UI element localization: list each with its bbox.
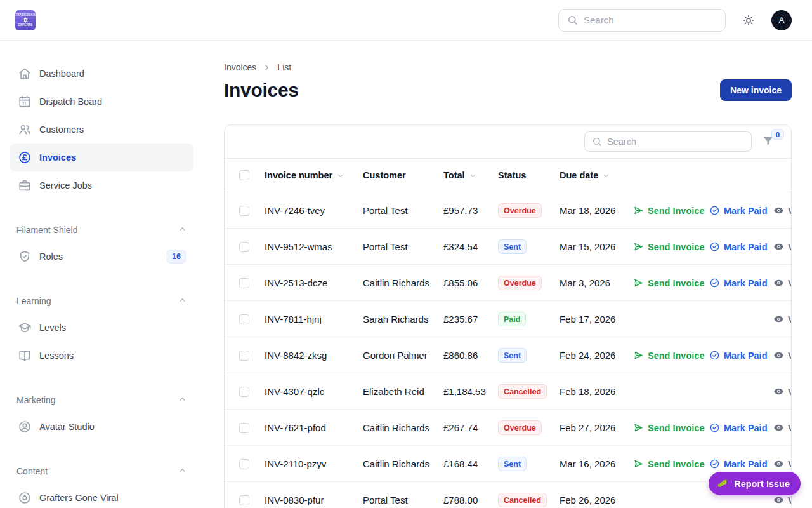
- invoice-number-cell: INV-7811-hjnj: [265, 314, 363, 324]
- view-action[interactable]: View: [773, 337, 791, 373]
- total-cell: £235.67: [443, 314, 498, 324]
- table-row[interactable]: INV-9512-wmas Portal Test £324.54 Sent M…: [225, 229, 791, 265]
- global-search-input[interactable]: [584, 15, 717, 25]
- table-row[interactable]: INV-8842-zksg Gordon Palmer £860.86 Sent…: [225, 337, 791, 373]
- row-checkbox[interactable]: [239, 351, 249, 361]
- total-cell: £957.73: [443, 205, 498, 216]
- sidebar-item-roles[interactable]: Roles 16: [10, 243, 193, 271]
- filter-button[interactable]: 0: [762, 135, 776, 149]
- graduation-cap-icon: [18, 321, 32, 335]
- send-invoice-action[interactable]: Send Invoice: [633, 265, 704, 301]
- table-search-input[interactable]: [607, 137, 744, 147]
- mark-paid-action[interactable]: Mark Paid: [709, 337, 768, 373]
- section-label: Content: [16, 466, 48, 476]
- topbar: TRADESMAN EXPERTS A: [0, 0, 812, 41]
- global-search: [558, 9, 726, 32]
- select-all-checkbox[interactable]: [239, 170, 249, 180]
- table-row[interactable]: INV-7811-hjnj Sarah Richards £235.67 Pai…: [225, 301, 791, 337]
- view-action[interactable]: View: [773, 373, 791, 410]
- search-icon: [592, 137, 602, 147]
- app-logo[interactable]: TRADESMAN EXPERTS: [15, 10, 36, 30]
- send-invoice-action[interactable]: Send Invoice: [633, 410, 704, 446]
- send-invoice-action[interactable]: Send Invoice: [633, 229, 704, 265]
- row-actions: View: [633, 301, 791, 337]
- new-invoice-button[interactable]: New invoice: [720, 79, 792, 101]
- total-cell: £860.86: [443, 350, 498, 361]
- table-row[interactable]: INV-0830-pfur Portal Test £788.00 Cancel…: [225, 482, 791, 508]
- sidebar-item-invoices[interactable]: Invoices: [10, 144, 193, 171]
- check-circle-icon: [709, 205, 720, 216]
- view-action[interactable]: View: [773, 410, 791, 446]
- mark-paid-action[interactable]: Mark Paid: [709, 410, 768, 446]
- row-checkbox[interactable]: [239, 459, 249, 469]
- invoices-table-card: 0 Invoice numberCustomerTotalStatusDue d…: [224, 124, 792, 508]
- sidebar-item-grafters-gone-viral[interactable]: Grafters Gone Viral: [10, 484, 193, 508]
- status-cell: Sent: [498, 348, 560, 363]
- row-checkbox[interactable]: [239, 423, 249, 433]
- row-checkbox[interactable]: [239, 206, 249, 216]
- section-header[interactable]: Content: [10, 464, 193, 479]
- due-date-cell: Feb 17, 2026: [560, 314, 633, 324]
- view-action[interactable]: View: [773, 229, 791, 265]
- sidebar-item-service-jobs[interactable]: Service Jobs: [10, 171, 193, 199]
- sidebar-item-lessons[interactable]: Lessons: [10, 342, 193, 370]
- chevron-up-icon: [178, 295, 187, 307]
- column-header-invoice-number[interactable]: Invoice number: [265, 170, 363, 180]
- eye-icon: [773, 495, 784, 505]
- row-checkbox-cell: [225, 278, 265, 288]
- report-issue-button[interactable]: Report Issue: [709, 472, 801, 495]
- customer-cell: Portal Test: [363, 241, 443, 252]
- due-date-cell: Mar 16, 2026: [560, 458, 633, 469]
- row-checkbox[interactable]: [239, 314, 249, 324]
- sidebar-item-label: Lessons: [39, 351, 74, 361]
- row-checkbox[interactable]: [239, 387, 249, 397]
- user-avatar[interactable]: A: [771, 10, 792, 30]
- sidebar-item-badge: 16: [167, 250, 186, 264]
- send-invoice-action[interactable]: Send Invoice: [633, 192, 704, 229]
- column-label: Due date: [560, 170, 598, 180]
- mark-paid-action[interactable]: Mark Paid: [709, 229, 768, 265]
- section-header[interactable]: Learning: [10, 293, 193, 309]
- table-row[interactable]: INV-7246-tvey Portal Test £957.73 Overdu…: [225, 192, 791, 229]
- send-invoice-action[interactable]: Send Invoice: [633, 337, 704, 373]
- row-checkbox[interactable]: [239, 278, 249, 288]
- row-actions: Send Invoice Mark Paid View: [633, 337, 791, 373]
- column-label: Invoice number: [265, 170, 332, 180]
- table-row[interactable]: INV-7621-pfod Caitlin Richards £267.74 O…: [225, 410, 791, 446]
- table-row[interactable]: INV-2513-dcze Caitlin Richards £855.06 O…: [225, 265, 791, 301]
- row-actions: Send Invoice Mark Paid View: [633, 410, 791, 446]
- column-header-status: Status: [498, 170, 560, 180]
- status-badge: Cancelled: [498, 384, 547, 399]
- sidebar-item-dispatch-board[interactable]: Dispatch Board: [10, 88, 193, 116]
- section-header[interactable]: Marketing: [10, 392, 193, 408]
- status-cell: Paid: [498, 312, 560, 326]
- view-action[interactable]: View: [773, 192, 791, 229]
- row-checkbox-cell: [225, 351, 265, 361]
- mark-paid-action[interactable]: Mark Paid: [709, 192, 768, 229]
- section-header[interactable]: Filament Shield: [10, 222, 193, 237]
- view-action[interactable]: View: [773, 301, 791, 337]
- column-header-total[interactable]: Total: [443, 170, 498, 180]
- breadcrumb-invoices-link[interactable]: Invoices: [224, 62, 256, 72]
- sidebar-item-dashboard[interactable]: Dashboard: [10, 60, 193, 88]
- total-cell: £788.00: [443, 495, 498, 505]
- row-checkbox[interactable]: [239, 242, 249, 252]
- table-row[interactable]: INV-4307-qzlc Elizabeth Reid £1,184.53 C…: [225, 373, 791, 410]
- customer-cell: Portal Test: [363, 495, 443, 505]
- sidebar-item-customers[interactable]: Customers: [10, 116, 193, 144]
- view-action[interactable]: View: [773, 265, 791, 301]
- eye-icon: [773, 277, 784, 288]
- column-header-due-date[interactable]: Due date: [560, 170, 633, 180]
- table-row[interactable]: INV-2110-pzyv Caitlin Richards £168.44 S…: [225, 446, 791, 482]
- sidebar-item-levels[interactable]: Levels: [10, 314, 193, 342]
- column-label: Customer: [363, 170, 406, 180]
- theme-toggle-button[interactable]: [742, 14, 755, 27]
- mark-paid-action[interactable]: Mark Paid: [709, 265, 768, 301]
- sidebar-item-avatar-studio[interactable]: Avatar Studio: [10, 413, 193, 441]
- row-checkbox[interactable]: [239, 495, 249, 505]
- home-icon: [18, 67, 32, 81]
- sidebar-item-label: Customers: [39, 124, 84, 135]
- invoice-number-cell: INV-0830-pfur: [265, 495, 363, 505]
- send-invoice-action[interactable]: Send Invoice: [633, 446, 704, 482]
- invoice-number-cell: INV-7621-pfod: [265, 422, 363, 433]
